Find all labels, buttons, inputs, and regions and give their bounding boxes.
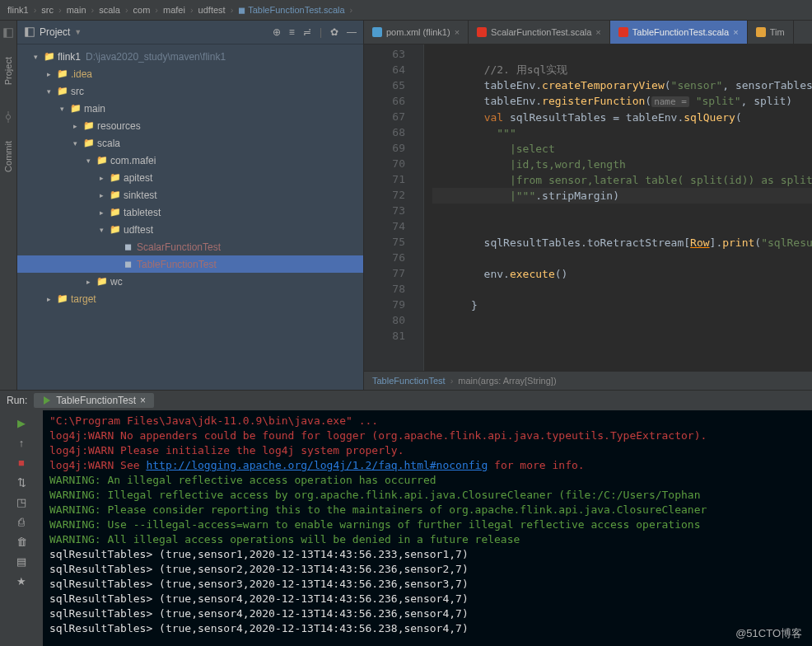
left-tool-gutter: Project Commit	[0, 21, 17, 390]
expand-icon[interactable]: ≡	[289, 26, 295, 38]
tree-item[interactable]: ▸📁apitest	[17, 169, 363, 186]
project-icon	[24, 26, 35, 38]
tree-item[interactable]: ▾📁scala	[17, 134, 363, 152]
tree-item[interactable]: ◼TableFunctionTest	[17, 255, 363, 273]
run-header: Run: TableFunctionTest ×	[0, 391, 812, 410]
tree-item[interactable]: ▸📁tabletest	[17, 204, 363, 221]
nav-method[interactable]: main(args: Array[String])	[458, 376, 556, 386]
project-tree[interactable]: ▾📁flink1D:\java2020_study\maven\flink1▸📁…	[17, 44, 363, 390]
project-title: Project	[40, 26, 70, 38]
code-content[interactable]: //2. 用sql实现 tableEnv.createTemporaryView…	[424, 44, 812, 371]
breadcrumb-item[interactable]: flink1	[5, 5, 31, 15]
tree-item[interactable]: ▸📁resources	[17, 117, 363, 134]
editor-tab[interactable]: ScalarFunctionTest.scala×	[469, 21, 610, 44]
commit-tool-icon[interactable]	[2, 111, 14, 123]
svg-point-2	[6, 115, 10, 119]
rerun-button[interactable]: ▶	[14, 415, 29, 430]
breadcrumb-item[interactable]: scala	[96, 5, 123, 15]
tree-item[interactable]: ▸📁wc	[17, 273, 363, 290]
editor-tabs[interactable]: pom.xml (flink1)×ScalarFunctionTest.scal…	[364, 21, 812, 44]
help-button[interactable]: ★	[14, 573, 29, 588]
commit-tool-label[interactable]: Commit	[3, 141, 13, 172]
code-area[interactable]: 63 64 65 66 67 68 69 70 71 72 73 74 75 7…	[364, 44, 812, 371]
run-tab-label: TableFunctionTest	[56, 395, 136, 406]
breadcrumb-item[interactable]: udftest	[196, 5, 228, 15]
breadcrumb-item[interactable]: src	[39, 5, 56, 15]
settings-icon[interactable]: ✿	[330, 26, 338, 38]
tree-item[interactable]: ▾📁udftest	[17, 221, 363, 238]
stop-button[interactable]: ■	[14, 455, 29, 470]
locate-icon[interactable]: ⊕	[273, 26, 281, 38]
breadcrumb: flink1›src›main›scala›com›mafei›udftest›…	[0, 0, 812, 21]
breadcrumb-item[interactable]: mafei	[161, 5, 188, 15]
run-toolbar: ▶ ↑ ■ ⇅ ◳ ⎙ 🗑 ▤ ★	[0, 410, 43, 646]
marks-gutter	[412, 44, 424, 371]
dump-button[interactable]: ◳	[14, 494, 29, 509]
tree-item[interactable]: ▸📁sinktest	[17, 186, 363, 204]
collapse-icon[interactable]: ≓	[303, 26, 311, 38]
svg-rect-1	[4, 29, 7, 38]
rerun-alt-button[interactable]: ↑	[14, 435, 29, 450]
close-icon[interactable]: ×	[733, 27, 738, 37]
tree-item[interactable]: ▸📁.idea	[17, 65, 363, 82]
project-tool-icon[interactable]	[2, 27, 14, 39]
layout-button[interactable]: ▤	[14, 554, 29, 569]
run-label: Run:	[7, 395, 27, 406]
tree-item[interactable]: ▸📁target	[17, 290, 363, 307]
svg-marker-7	[44, 396, 50, 405]
editor-area: pom.xml (flink1)×ScalarFunctionTest.scal…	[364, 21, 812, 390]
svg-rect-6	[26, 28, 29, 37]
project-tool-label[interactable]: Project	[3, 57, 13, 85]
close-icon[interactable]: ×	[140, 395, 146, 406]
editor-tab[interactable]: TableFunctionTest.scala×	[610, 21, 748, 44]
run-panel: Run: TableFunctionTest × ▶ ↑ ■ ⇅ ◳ ⎙ 🗑 ▤…	[0, 390, 812, 646]
breadcrumb-file[interactable]: ◼ TableFunctionTest.scala	[236, 5, 347, 16]
project-panel: Project ▼ ⊕ ≡ ≓ | ✿ — ▾📁flink1D:\java202…	[17, 21, 364, 390]
watermark: @51CTO博客	[735, 626, 802, 641]
run-tab[interactable]: TableFunctionTest ×	[34, 393, 154, 408]
editor-breadcrumb[interactable]: TableFunctionTest › main(args: Array[Str…	[364, 371, 812, 390]
tree-item[interactable]: ▾📁main	[17, 100, 363, 117]
run-config-icon	[42, 396, 52, 405]
print-button[interactable]: ⎙	[14, 514, 29, 529]
console-output[interactable]: "C:\Program Files\Java\jdk-11.0.9\bin\ja…	[43, 410, 812, 646]
breadcrumb-item[interactable]: com	[131, 5, 153, 15]
tree-item[interactable]: ▾📁flink1D:\java2020_study\maven\flink1	[17, 48, 363, 65]
nav-class[interactable]: TableFunctionTest	[372, 376, 446, 386]
editor-tab[interactable]: Tim	[748, 21, 794, 44]
line-gutter: 63 64 65 66 67 68 69 70 71 72 73 74 75 7…	[364, 44, 412, 371]
tree-item[interactable]: ▾📁com.mafei	[17, 152, 363, 169]
hide-icon[interactable]: —	[347, 26, 357, 38]
tree-item[interactable]: ◼ScalarFunctionTest	[17, 238, 363, 255]
trash-button[interactable]: 🗑	[14, 534, 29, 549]
close-icon[interactable]: ×	[595, 27, 600, 37]
project-panel-header: Project ▼ ⊕ ≡ ≓ | ✿ —	[17, 21, 363, 44]
breadcrumb-item[interactable]: main	[64, 5, 89, 15]
pause-button[interactable]: ⇅	[14, 475, 29, 489]
tree-item[interactable]: ▾📁src	[17, 82, 363, 100]
editor-tab[interactable]: pom.xml (flink1)×	[364, 21, 469, 44]
close-icon[interactable]: ×	[455, 27, 460, 37]
